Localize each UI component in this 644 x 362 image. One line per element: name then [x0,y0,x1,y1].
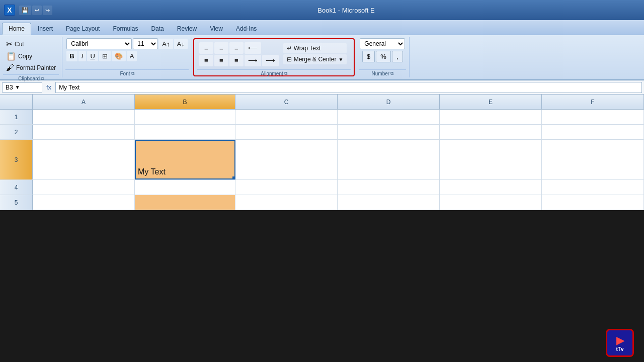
col-header-e[interactable]: E [440,95,542,109]
cell-f4[interactable] [542,180,644,195]
border-button[interactable]: ⊞ [99,51,111,61]
font-row-1: Calibri 11 A↑ A↓ [66,38,187,49]
save-button[interactable]: 💾 [19,6,31,15]
tab-add-ins[interactable]: Add-Ins [229,23,263,35]
align-center-top-button[interactable]: ≡ [214,42,228,54]
cell-d5[interactable] [338,195,440,210]
cell-b3[interactable]: My Text [135,140,235,179]
cell-e3[interactable] [440,140,542,179]
tab-view[interactable]: View [203,23,229,35]
cell-e2[interactable] [440,125,542,139]
cell-e1[interactable] [440,110,542,124]
tab-data[interactable]: Data [144,23,170,35]
align-right-button[interactable]: ≡ [229,55,244,66]
row-3: 3 My Text [0,140,644,180]
align-row-2: ≡ ≡ ≡ ⟶ ⟶ [199,55,279,66]
number-expand-icon[interactable]: ⧉ [390,71,393,76]
cell-f5[interactable] [542,195,644,210]
merge-dropdown-arrow: ▼ [338,57,343,62]
ttv-play-icon: ▶ [616,334,624,346]
cell-c2[interactable] [235,125,338,139]
font-name-select[interactable]: Calibri [66,38,132,49]
title-bar: X 💾 ↩ ↪ Book1 - Microsoft E [0,0,644,20]
col-header-b[interactable]: B [135,95,235,109]
col-header-a[interactable]: A [33,95,135,109]
number-label: Number ⧉ [359,69,406,77]
tab-page-layout[interactable]: Page Layout [59,23,106,35]
decrease-font-button[interactable]: A↓ [174,39,188,49]
alignment-expand-icon[interactable]: ⧉ [284,71,287,76]
align-row-1: ≡ ≡ ≡ ⟵ [199,42,279,54]
app-icon: X [4,5,15,16]
tab-insert[interactable]: Insert [31,23,59,35]
clipboard-expand-icon[interactable]: ⧉ [41,76,44,81]
dollar-button[interactable]: $ [362,51,375,62]
row-num-3[interactable]: 3 [0,140,33,179]
row-num-1[interactable]: 1 [0,110,33,124]
cell-c5[interactable] [235,195,338,210]
number-format-select[interactable]: General [360,38,405,49]
indent-decrease-button[interactable]: ⟵ [245,42,261,54]
indent-more-button[interactable]: ⟶ [262,55,279,66]
align-center-button[interactable]: ≡ [214,55,228,66]
col-header-c[interactable]: C [235,95,338,109]
cell-f2[interactable] [542,125,644,139]
tab-home[interactable]: Home [2,23,31,35]
cell-d3[interactable] [338,140,440,179]
cell-a5[interactable] [33,195,135,210]
undo-button[interactable]: ↩ [32,6,42,15]
cell-c1[interactable] [235,110,338,124]
align-left-button[interactable]: ≡ [199,55,213,66]
font-color-button[interactable]: A [127,51,137,61]
row-num-4[interactable]: 4 [0,180,33,195]
cell-ref-dropdown[interactable]: ▼ [15,84,20,90]
cell-d4[interactable] [338,180,440,195]
percent-button[interactable]: % [376,51,391,62]
redo-button[interactable]: ↪ [43,6,52,15]
ttv-logo: ▶ tTv [606,329,634,357]
fill-color-button[interactable]: 🎨 [112,51,126,61]
cell-e5[interactable] [440,195,542,210]
underline-button[interactable]: U [87,51,98,61]
copy-button[interactable]: 📋 Copy [4,50,34,62]
cell-b2[interactable] [135,125,235,139]
col-header-f[interactable]: F [542,95,644,109]
row-num-2[interactable]: 2 [0,125,33,139]
alignment-content: ≡ ≡ ≡ ⟵ ≡ ≡ ≡ ⟶ ⟶ [197,39,351,69]
cell-b1[interactable] [135,110,235,124]
cell-a2[interactable] [33,125,135,139]
wrap-text-button[interactable]: ↵ Wrap Text [283,43,347,53]
wrap-text-icon: ↵ [287,45,292,52]
bold-button[interactable]: B [66,51,77,61]
italic-button[interactable]: I [78,51,87,61]
cell-a1[interactable] [33,110,135,124]
cell-d2[interactable] [338,125,440,139]
increase-font-button[interactable]: A↑ [159,39,173,49]
cell-c4[interactable] [235,180,338,195]
formula-input[interactable] [55,82,642,93]
cell-d1[interactable] [338,110,440,124]
cell-b5[interactable] [135,195,235,210]
cell-a4[interactable] [33,180,135,195]
cell-a3[interactable] [33,140,135,179]
cell-e4[interactable] [440,180,542,195]
row-num-5[interactable]: 5 [0,195,33,210]
cell-c3[interactable] [235,140,338,179]
format-painter-button[interactable]: 🖌 Format Painter [4,62,58,73]
merge-center-button[interactable]: ⊟ Merge & Center ▼ [283,54,347,64]
tab-formulas[interactable]: Formulas [106,23,144,35]
cell-f1[interactable] [542,110,644,124]
cell-f3[interactable] [542,140,644,179]
tab-review[interactable]: Review [171,23,203,35]
indent-increase-button[interactable]: ⟶ [245,55,261,66]
clipboard-label: Clipboard ⧉ [3,74,59,82]
col-header-d[interactable]: D [338,95,440,109]
cut-button[interactable]: ✂ Cut [4,38,26,50]
scissors-icon: ✂ [6,39,13,49]
comma-button[interactable]: , [392,51,403,62]
cell-b4[interactable] [135,180,235,195]
align-left-top-button[interactable]: ≡ [199,42,213,54]
font-size-select[interactable]: 11 [133,38,158,49]
font-expand-icon[interactable]: ⧉ [131,71,134,76]
align-right-top-button[interactable]: ≡ [229,42,244,54]
